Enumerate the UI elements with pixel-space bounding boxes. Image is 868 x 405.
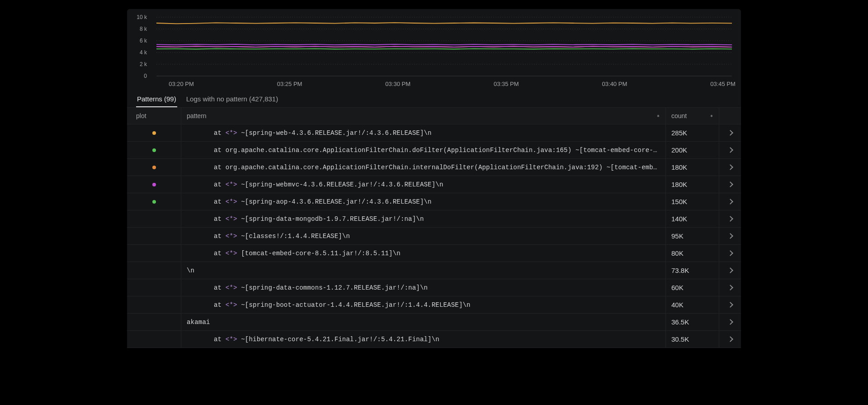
expand-button[interactable]: [719, 314, 741, 330]
table-row[interactable]: at <*> [tomcat-embed-core-8.5.11.jar!/:8…: [127, 245, 741, 262]
column-header-count-label: count: [671, 112, 687, 119]
pattern-text: at org.apache.catalina.core.ApplicationF…: [187, 147, 660, 154]
plot-cell: [127, 314, 181, 330]
table-row[interactable]: at <*> ~[spring-webmvc-4.3.6.RELEASE.jar…: [127, 176, 741, 193]
pattern-cell: at <*> ~[spring-data-mongodb-1.9.7.RELEA…: [181, 210, 666, 227]
pattern-cell: at <*> ~[spring-web-4.3.6.RELEASE.jar!/:…: [181, 124, 666, 141]
plot-cell: [127, 159, 181, 176]
svg-text:03:30 PM: 03:30 PM: [385, 81, 410, 87]
app-screen: 10 k8 k6 k4 k2 k003:20 PM03:25 PM03:30 P…: [0, 0, 868, 405]
pattern-text: akamai: [187, 319, 660, 326]
plot-cell: [127, 176, 181, 193]
table-row[interactable]: at <*> ~[spring-data-commons-1.12.7.RELE…: [127, 279, 741, 296]
plot-cell: [127, 210, 181, 227]
count-cell: 95K: [666, 228, 719, 244]
table-row[interactable]: \n73.8K: [127, 262, 741, 279]
count-value: 73.8K: [671, 267, 689, 274]
chevron-right-icon: [727, 130, 733, 136]
column-header-count[interactable]: count ▲ ▼: [666, 108, 719, 124]
pattern-text: at <*> ~[spring-data-commons-1.12.7.RELE…: [187, 284, 660, 291]
plot-cell: [127, 228, 181, 244]
chevron-right-icon: [727, 216, 733, 222]
column-header-actions: [719, 108, 741, 124]
column-header-plot-label: plot: [136, 112, 146, 119]
expand-button[interactable]: [719, 142, 741, 158]
svg-text:03:40 PM: 03:40 PM: [602, 81, 627, 87]
table-row[interactable]: at <*> ~[classes!/:1.4.4.RELEASE]\n95K: [127, 228, 741, 245]
count-value: 40K: [671, 301, 684, 309]
series-dot: [152, 183, 156, 186]
expand-button[interactable]: [719, 228, 741, 244]
table-row[interactable]: at <*> ~[hibernate-core-5.4.21.Final.jar…: [127, 331, 741, 348]
pattern-text: at org.apache.catalina.core.ApplicationF…: [187, 164, 660, 171]
plot-cell: [127, 142, 181, 158]
chevron-right-icon: [727, 233, 733, 239]
count-cell: 80K: [666, 245, 719, 262]
count-cell: 60K: [666, 279, 719, 296]
pattern-text: at <*> ~[hibernate-core-5.4.21.Final.jar…: [187, 336, 660, 343]
series-dot: [152, 166, 156, 169]
svg-text:03:25 PM: 03:25 PM: [277, 81, 302, 87]
svg-text:03:35 PM: 03:35 PM: [494, 81, 519, 87]
count-cell: 180K: [666, 159, 719, 176]
chevron-right-icon: [727, 164, 733, 170]
pattern-cell: at <*> ~[spring-data-commons-1.12.7.RELE…: [181, 279, 666, 296]
table-row[interactable]: at org.apache.catalina.core.ApplicationF…: [127, 142, 741, 159]
pattern-cell: at org.apache.catalina.core.ApplicationF…: [181, 159, 666, 176]
pattern-text: at <*> [tomcat-embed-core-8.5.11.jar!/:8…: [187, 250, 660, 257]
expand-button[interactable]: [719, 193, 741, 210]
tab-patterns[interactable]: Patterns (99): [136, 91, 177, 107]
pattern-cell: at <*> [tomcat-embed-core-8.5.11.jar!/:8…: [181, 245, 666, 262]
count-value: 36.5K: [671, 318, 689, 326]
column-header-pattern[interactable]: pattern ▲ ▼: [181, 108, 666, 124]
table-row[interactable]: akamai36.5K: [127, 314, 741, 331]
count-cell: 180K: [666, 176, 719, 193]
pattern-text: at <*> ~[spring-web-4.3.6.RELEASE.jar!/:…: [187, 129, 660, 137]
count-cell: 73.8K: [666, 262, 719, 279]
sort-icon: ▲ ▼: [710, 116, 713, 116]
table-header: plot pattern ▲ ▼ count ▲ ▼: [127, 108, 741, 124]
pattern-cell: akamai: [181, 314, 666, 330]
series-dot: [152, 148, 156, 152]
table-body: at <*> ~[spring-web-4.3.6.RELEASE.jar!/:…: [127, 124, 741, 348]
expand-button[interactable]: [719, 245, 741, 262]
svg-text:6 k: 6 k: [140, 38, 147, 44]
pattern-text: at <*> ~[spring-boot-actuator-1.4.4.RELE…: [187, 301, 660, 309]
pattern-cell: at <*> ~[hibernate-core-5.4.21.Final.jar…: [181, 331, 666, 348]
table-row[interactable]: at <*> ~[spring-boot-actuator-1.4.4.RELE…: [127, 296, 741, 314]
chevron-right-icon: [727, 302, 733, 308]
expand-button[interactable]: [719, 331, 741, 348]
expand-button[interactable]: [719, 176, 741, 193]
chart-canvas: 10 k8 k6 k4 k2 k003:20 PM03:25 PM03:30 P…: [127, 9, 741, 91]
table-row[interactable]: at <*> ~[spring-web-4.3.6.RELEASE.jar!/:…: [127, 124, 741, 142]
chevron-right-icon: [727, 267, 733, 273]
column-header-plot[interactable]: plot: [127, 108, 181, 124]
timeseries-chart[interactable]: 10 k8 k6 k4 k2 k003:20 PM03:25 PM03:30 P…: [127, 9, 741, 91]
tab-no-pattern[interactable]: Logs with no pattern (427,831): [185, 91, 279, 107]
plot-cell: [127, 193, 181, 210]
count-value: 80K: [671, 249, 684, 257]
svg-text:10 k: 10 k: [137, 14, 147, 20]
expand-button[interactable]: [719, 262, 741, 279]
expand-button[interactable]: [719, 279, 741, 296]
table-row[interactable]: at org.apache.catalina.core.ApplicationF…: [127, 159, 741, 176]
count-value: 140K: [671, 215, 687, 223]
expand-button[interactable]: [719, 124, 741, 141]
table-row[interactable]: at <*> ~[spring-aop-4.3.6.RELEASE.jar!/:…: [127, 193, 741, 210]
count-cell: 40K: [666, 296, 719, 313]
chevron-right-icon: [727, 336, 733, 342]
count-cell: 200K: [666, 142, 719, 158]
pattern-cell: at <*> ~[spring-boot-actuator-1.4.4.RELE…: [181, 296, 666, 313]
count-value: 180K: [671, 181, 687, 188]
plot-cell: [127, 331, 181, 348]
column-header-pattern-label: pattern: [187, 112, 207, 119]
expand-button[interactable]: [719, 296, 741, 313]
count-cell: 140K: [666, 210, 719, 227]
expand-button[interactable]: [719, 159, 741, 176]
plot-cell: [127, 279, 181, 296]
expand-button[interactable]: [719, 210, 741, 227]
table-row[interactable]: at <*> ~[spring-data-mongodb-1.9.7.RELEA…: [127, 210, 741, 228]
count-cell: 36.5K: [666, 314, 719, 330]
chevron-right-icon: [727, 147, 733, 153]
pattern-cell: at <*> ~[spring-webmvc-4.3.6.RELEASE.jar…: [181, 176, 666, 193]
